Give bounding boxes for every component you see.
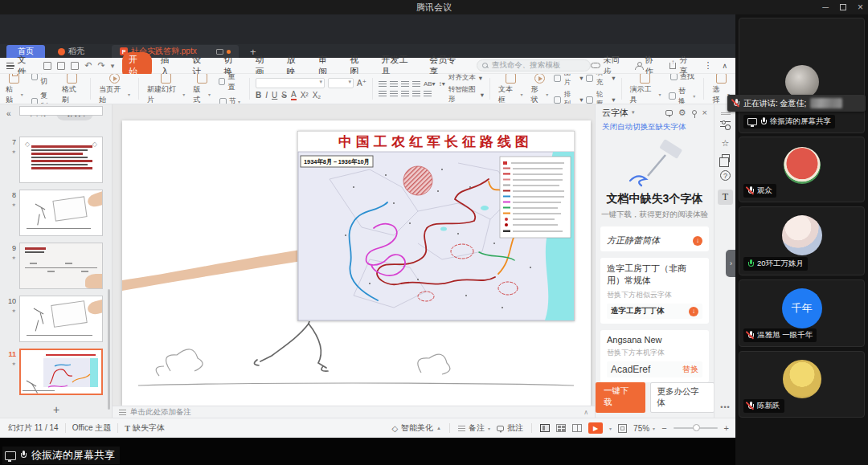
- settings-gear-icon[interactable]: ⚙: [678, 108, 686, 118]
- collapse-ribbon-icon[interactable]: ∧: [722, 62, 727, 70]
- align-left-icon[interactable]: [379, 90, 387, 97]
- more-fonts-button[interactable]: 更多办公字体: [650, 382, 714, 413]
- notes-toggle-button[interactable]: 备注▾: [458, 422, 490, 434]
- comments-button[interactable]: 批注: [497, 422, 523, 434]
- video-tile-audience[interactable]: 观众: [739, 137, 865, 202]
- missing-fonts-status[interactable]: 缺失字体: [133, 422, 165, 434]
- zoom-out-button[interactable]: −: [661, 423, 666, 433]
- align-text-button[interactable]: 对齐文本▾: [448, 74, 485, 83]
- strikethrough-button[interactable]: S: [281, 91, 287, 100]
- theme-name[interactable]: Office 主题: [72, 422, 112, 434]
- print-icon[interactable]: [57, 62, 65, 70]
- font-color-button[interactable]: A: [291, 91, 297, 100]
- slide-thumbnail-10[interactable]: 10★: [0, 296, 113, 342]
- shape-button[interactable]: 形状▾: [528, 74, 551, 104]
- superscript-button[interactable]: X²: [301, 91, 309, 100]
- slide-11[interactable]: 中国工农红军长征路线图: [122, 120, 591, 406]
- video-tile-participant[interactable]: 千年 温雅旭 一眼千年: [739, 279, 865, 347]
- video-tile-participant[interactable]: 陈新跃: [739, 351, 865, 418]
- redo-icon[interactable]: ↷: [98, 60, 105, 71]
- slide-thumbnail-7[interactable]: 7★ ◇ ◇: [0, 137, 113, 183]
- taskbar-screen-share-label[interactable]: 徐振涛的屏幕共享: [2, 447, 120, 464]
- outline-button[interactable]: 轮廓▾: [586, 90, 615, 104]
- video-tile-participant[interactable]: 20环工万姝月: [739, 206, 865, 275]
- slideshow-play-button[interactable]: ▶: [588, 422, 603, 434]
- zoom-in-button[interactable]: +: [724, 423, 729, 433]
- justify-icon[interactable]: [412, 90, 420, 97]
- help-icon[interactable]: ?: [714, 170, 736, 181]
- line-spacing-icon[interactable]: ↕▾: [439, 80, 445, 88]
- fill-button[interactable]: 填充▾: [586, 74, 615, 88]
- numbered-list-icon[interactable]: [390, 80, 398, 88]
- replace-font-link[interactable]: 替换: [682, 364, 698, 375]
- font-panel-title[interactable]: 云字体▾: [602, 107, 635, 119]
- video-tile-screen-share[interactable]: 徐振涛的屏幕共享: [739, 18, 865, 133]
- more-tools-icon[interactable]: •••: [714, 403, 736, 411]
- layout-button[interactable]: 版式▾: [190, 74, 213, 104]
- minimize-icon[interactable]: ─: [822, 2, 829, 12]
- quickbar-dropdown-icon[interactable]: ▾: [111, 62, 115, 70]
- new-slide-button[interactable]: 新建幻灯片▾: [145, 74, 187, 104]
- notes-bar[interactable]: 单击此处添加备注 ∧: [113, 406, 595, 418]
- indent-decrease-icon[interactable]: [401, 80, 409, 88]
- format-painter-button[interactable]: 格式刷: [59, 74, 84, 104]
- find-button[interactable]: 查找: [666, 74, 698, 83]
- section-button[interactable]: 节▾: [216, 96, 244, 105]
- normal-view-icon[interactable]: [540, 424, 550, 432]
- slide-thumbnail-partial[interactable]: [19, 106, 103, 116]
- preview-icon[interactable]: [71, 62, 79, 70]
- paste-button[interactable]: 粘贴▾: [3, 74, 26, 104]
- align-right-icon[interactable]: [401, 90, 409, 97]
- notes-collapse-icon[interactable]: ∧: [583, 409, 588, 416]
- fit-to-window-icon[interactable]: [618, 424, 627, 433]
- slide-sorter-view-icon[interactable]: [556, 424, 566, 432]
- smart-graphic-button[interactable]: 转智能图形▾: [448, 85, 485, 104]
- panel-collapse-icon[interactable]: «: [6, 109, 11, 118]
- zoom-level[interactable]: 75%▾: [633, 424, 655, 433]
- slide-thumbnail-8[interactable]: 8★: [0, 190, 113, 236]
- add-slide-button[interactable]: +: [0, 403, 113, 416]
- cut-button[interactable]: 剪切: [29, 74, 56, 88]
- pin-icon[interactable]: [692, 110, 697, 115]
- disable-auto-switch-link[interactable]: 关闭自动切换至缺失字体: [596, 120, 714, 134]
- bold-button[interactable]: B: [256, 91, 261, 100]
- picture-button[interactable]: 图片▾: [554, 74, 583, 88]
- long-march-map[interactable]: 中国工农红军长征路线图: [297, 131, 575, 321]
- copy-button[interactable]: 复制: [29, 90, 56, 104]
- cloud-font-tool-button[interactable]: T: [714, 190, 736, 205]
- bullet-list-icon[interactable]: [379, 80, 387, 88]
- play-from-current-button[interactable]: 当页开始▾: [96, 74, 133, 104]
- font-card-3[interactable]: Angsana New 替换下方本机字体 AcadEref 替换: [600, 330, 709, 382]
- underline-button[interactable]: U: [272, 91, 277, 100]
- slide-thumbnail-11-active[interactable]: 11★: [0, 349, 113, 395]
- font-grow-icon[interactable]: A⁺: [357, 79, 366, 88]
- undo-icon[interactable]: ↶: [84, 60, 92, 71]
- effects-wand-icon[interactable]: ☆: [714, 138, 736, 149]
- arrange-button[interactable]: 排列▾: [554, 90, 583, 104]
- textbox-button[interactable]: 文本框▾: [496, 74, 525, 104]
- slide-thumbnail-9[interactable]: 9★: [0, 243, 113, 289]
- text-direction-icon[interactable]: AB▾: [424, 80, 436, 88]
- replace-button[interactable]: 替换▾: [666, 85, 698, 105]
- save-icon[interactable]: [43, 62, 51, 70]
- slide-canvas[interactable]: 中国工农红军长征路线图: [113, 104, 595, 406]
- reset-button[interactable]: 重置: [216, 74, 244, 93]
- pages-icon[interactable]: [714, 154, 736, 162]
- more-menu-icon[interactable]: ⋮: [703, 60, 712, 71]
- font-card-1[interactable]: 方正静蕾简体 ↓: [600, 226, 709, 251]
- font-card-2[interactable]: 造字工房丁丁（非商用）常规体 替换下方相似云字体 造字工房丁丁体 ↓: [600, 258, 709, 324]
- italic-button[interactable]: I: [265, 91, 268, 100]
- reading-view-icon[interactable]: [572, 424, 582, 432]
- command-search-input[interactable]: 查找命令、搜索模板: [477, 59, 591, 71]
- maximize-icon[interactable]: [840, 4, 846, 10]
- subscript-button[interactable]: X₂: [313, 91, 321, 100]
- tab-docer[interactable]: 稻壳: [50, 45, 92, 58]
- panel-close-icon[interactable]: ×: [702, 108, 707, 117]
- presentation-tools-button[interactable]: 演示工具▾: [628, 74, 664, 104]
- zoom-slider-knob[interactable]: [693, 424, 700, 431]
- font-size-select[interactable]: [328, 78, 354, 88]
- close-icon[interactable]: ×: [858, 2, 863, 13]
- properties-icon[interactable]: [714, 119, 736, 129]
- download-all-button[interactable]: 一键下载: [596, 382, 645, 413]
- cloud-download-icon[interactable]: ↓: [689, 307, 698, 316]
